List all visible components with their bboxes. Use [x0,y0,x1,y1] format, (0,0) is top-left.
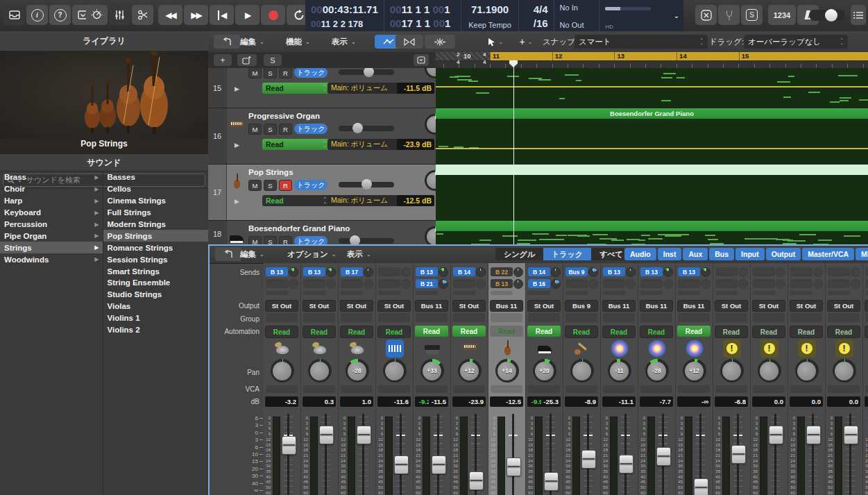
send-knob[interactable] [551,279,561,289]
send-knob-empty[interactable] [401,267,411,277]
play-button[interactable]: ▶ [235,5,259,25]
channel-strip-15[interactable]: St OutRead0.003691215182124303540455060 [788,263,826,495]
fader-db-display[interactable]: -7.7 [651,396,673,407]
channel-strip-1[interactable]: B 13St OutRead-3.20369121518212430354045… [264,263,301,495]
bar-ruler[interactable]: 1024441112131415 [436,52,868,68]
send-slot-stub[interactable] [828,291,850,295]
channel-strip-2[interactable]: B 13St OutRead0.303691215182124303540455… [301,263,339,495]
group-slot[interactable] [603,313,635,322]
library-patch-session-strings[interactable]: Session Strings [103,253,209,265]
library-patch-romance-strings[interactable]: Romance Strings [103,242,209,253]
automation-mode-button[interactable]: Read [340,326,373,338]
automation-mode-select[interactable]: Read⌃⌄ [262,139,330,150]
track-on-button[interactable]: トラック [294,124,327,134]
mixer-edit-menu[interactable]: 編集⌄ [240,247,264,261]
channel-strip-10[interactable]: B 13Bus 11Read-11-11.1036912151821243035… [601,263,638,495]
send-slot-empty[interactable] [715,267,738,276]
pan-knob[interactable] [570,359,594,383]
region-header[interactable]: Boesendorfer Grand Piano [436,108,868,119]
track-on-button[interactable]: トラック [294,68,327,78]
fader-rail[interactable] [512,414,514,495]
command-click-tool-menu[interactable]: +⌄ [508,35,544,49]
send-slot-empty[interactable] [565,279,588,288]
fader-cap[interactable] [319,426,334,444]
region-body[interactable] [436,119,868,164]
inspector-toggle-button[interactable]: i [26,5,48,25]
send-slot-stub[interactable] [491,291,513,295]
filter-bus[interactable]: Bus [709,248,734,260]
library-category-woodwinds[interactable]: Woodwinds▶ [0,253,103,265]
record-button[interactable] [261,5,285,25]
volume-slider-knob[interactable] [361,179,372,190]
group-slot[interactable] [678,313,710,322]
group-slot[interactable] [715,313,747,322]
send-knob-empty[interactable] [701,279,710,289]
send-knob-empty[interactable] [776,267,785,277]
automation-mode-button[interactable]: Read [602,326,636,338]
send-slot-stub[interactable] [715,291,738,295]
fader-cap[interactable] [469,471,484,490]
automation-mode-button[interactable]: Read [415,326,448,337]
filter-input[interactable]: Input [735,248,765,260]
send-knob[interactable] [364,267,373,277]
automation-mode-button[interactable]: Read [265,326,298,338]
output-select[interactable]: Bus 11 [677,300,710,312]
fader-db-display[interactable]: -25.3 [541,396,561,407]
fader-db-display[interactable]: 1.0 [351,396,373,407]
library-category-percussion[interactable]: Percussion▶ [0,219,103,230]
region-lane-17[interactable] [436,165,868,220]
vca-slot[interactable] [303,385,335,393]
pan-knob[interactable]: -28 [346,359,369,383]
group-slot[interactable] [416,313,448,322]
output-select[interactable]: St Out [303,300,336,312]
output-select[interactable]: St Out [452,300,486,312]
group-slot[interactable] [865,313,868,322]
filter-output[interactable]: Output [766,248,801,260]
pan-knob[interactable] [271,359,294,383]
mixer-mode-tab[interactable]: シングル [495,248,543,260]
library-patch-basses[interactable]: Basses [103,171,209,183]
vca-slot[interactable] [640,385,672,393]
group-slot[interactable] [266,313,298,322]
automation-mode-button[interactable]: Read [865,326,868,338]
vca-slot[interactable] [416,385,448,393]
output-select[interactable]: St Out [527,300,561,312]
library-category-pipe-organ[interactable]: Pipe Organ▶ [0,230,103,242]
catch-playhead-back-button[interactable] [214,35,240,49]
vca-slot[interactable] [565,385,597,393]
output-select[interactable]: Bus 9 [565,300,598,312]
pan-knob[interactable]: +12 [683,359,706,383]
track-on-button[interactable]: トラック [294,180,327,190]
rewind-button[interactable]: ◀◀ [158,5,182,25]
send-slot-empty[interactable] [266,279,288,288]
pan-knob[interactable] [383,359,407,383]
track-row-16[interactable]: 16Progressive OrganMSRトラック▶Read⌃⌄Main: ボ… [208,108,868,165]
send-knob-empty[interactable] [588,279,598,289]
fader-cap[interactable] [769,426,783,444]
pan-knob[interactable] [720,359,744,383]
library-category-brass[interactable]: Brass▶ [0,171,103,183]
group-slot[interactable] [790,313,822,322]
send-slot[interactable]: B 17 [341,267,363,276]
fader-db-display[interactable]: -23.9 [463,396,486,407]
fader-cap[interactable] [656,447,671,466]
send-slot-stub[interactable] [341,291,363,295]
volume-slider[interactable] [339,182,394,187]
region-lane-18[interactable] [436,221,868,244]
mixer-view-menu[interactable]: 表示⌄ [347,247,371,261]
send-knob-empty[interactable] [851,279,860,289]
fader-db-display[interactable]: 0.0 [801,396,823,407]
library-patch-cellos[interactable]: Cellos [103,183,209,195]
vca-slot[interactable] [453,385,485,393]
pan-knob[interactable]: -11 [608,359,631,383]
pan-knob[interactable] [308,359,332,383]
pan-knob[interactable]: -28 [645,359,669,383]
s-button[interactable]: S [264,68,277,78]
output-select[interactable]: St Out [715,300,748,312]
send-knob[interactable] [439,267,448,277]
r-button[interactable]: R [279,180,292,191]
fader-db-display[interactable]: -∞ [688,396,710,407]
fader-db-display[interactable]: -3.2 [276,396,298,407]
m-button[interactable]: M [248,124,262,135]
send-slot[interactable]: B 13 [640,267,663,276]
